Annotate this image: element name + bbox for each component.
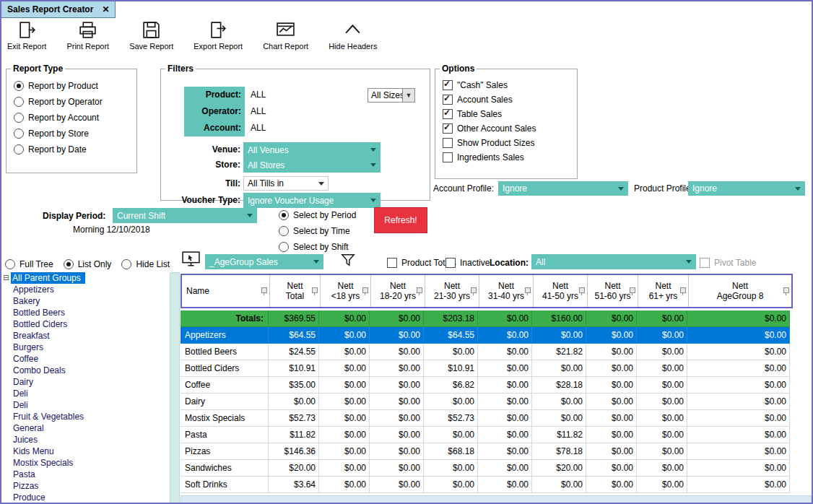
account-profile-dropdown[interactable]: Ignore [498, 181, 628, 196]
exit-report-button[interactable]: Exit Report [7, 20, 46, 51]
select-mode-select-by-period-radio[interactable]: Select by Period [279, 207, 356, 223]
checkbox-icon [387, 258, 397, 268]
list-item-burgers[interactable]: Burgers [1, 342, 170, 353]
refresh-button[interactable]: Refresh! [374, 207, 427, 233]
view-mode-full-tree-radio[interactable]: Full Tree [5, 256, 53, 272]
list-item-appetizers[interactable]: Appetizers [1, 284, 170, 295]
report-type-group: Report Type Report by ProductReport by O… [6, 64, 137, 173]
list-item-produce[interactable]: Produce [1, 492, 170, 503]
list-item-general[interactable]: General [1, 422, 170, 434]
view-mode-list-only-radio[interactable]: List Only [64, 256, 112, 272]
column-header-nett-41-50-yrs[interactable]: Nett41-50 yrs [534, 275, 588, 307]
list-item-fruit-vegetables[interactable]: Fruit & Vegetables [1, 411, 170, 422]
save-report-button[interactable]: Save Report [129, 20, 173, 51]
list-item-deli[interactable]: Deli [1, 388, 170, 399]
table-row-sandwiches[interactable]: Sandwiches$20.00$0.00$0.00$0.00$0.00$20.… [181, 460, 790, 477]
sizes-dropdown[interactable]: All Sizes ▼ [368, 88, 415, 103]
option-ingredients-sales-checkbox[interactable]: Ingredients Sales [443, 150, 577, 165]
location-dropdown[interactable]: All [531, 254, 696, 269]
list-item-pasta[interactable]: Pasta [1, 469, 170, 480]
filter-funnel-icon[interactable] [340, 252, 356, 268]
report-layout-dropdown[interactable]: _AgeGroup Sales [205, 254, 323, 269]
table-row-bottled-ciders[interactable]: Bottled Ciders$10.91$0.00$0.00$10.91$0.0… [181, 360, 790, 377]
hide-headers-button[interactable]: Hide Headers [329, 20, 377, 51]
table-row-pizzas[interactable]: Pizzas$146.36$0.00$0.00$68.18$0.00$78.18… [181, 443, 790, 460]
product-filter-value[interactable]: ALL [251, 87, 266, 103]
pin-icon[interactable] [578, 287, 585, 295]
inactive-checkbox[interactable]: Inactive [445, 256, 490, 270]
column-header-nett-agegroup-8[interactable]: NettAgeGroup 8 [689, 275, 791, 307]
list-item-deli[interactable]: Deli [1, 399, 170, 411]
monitor-icon[interactable] [181, 250, 201, 269]
chevron-down-icon[interactable]: ▼ [402, 89, 414, 102]
venue-dropdown[interactable]: All Venues [243, 142, 381, 157]
product-profile-dropdown[interactable]: Ignore [688, 181, 805, 196]
column-header-nett-total[interactable]: NettTotal [270, 275, 321, 307]
till-dropdown[interactable]: All Tills in [243, 176, 329, 191]
column-header-nett-31-40-yrs[interactable]: Nett31-40 yrs [479, 275, 534, 307]
group-list-root-label: All Parent Groups [11, 272, 85, 284]
column-header-nett-18-yrs[interactable]: Nett<18 yrs [321, 275, 371, 307]
table-row-soft-drinks[interactable]: Soft Drinks$3.64$0.00$0.00$0.00$0.00$0.0… [181, 477, 790, 493]
export-report-button[interactable]: Export Report [194, 20, 243, 51]
pin-icon[interactable] [416, 287, 422, 295]
list-item-kids-menu[interactable]: Kids Menu [1, 446, 170, 457]
list-item-juices[interactable]: Juices [1, 434, 170, 446]
close-icon[interactable]: ✕ [102, 4, 109, 14]
column-header-nett-51-60-yrs[interactable]: Nett51-60 yrs [588, 275, 638, 307]
table-row-bottled-beers[interactable]: Bottled Beers$24.55$0.00$0.00$0.00$0.00$… [181, 344, 790, 360]
option-other-account-sales-checkbox[interactable]: Other Account Sales [443, 121, 577, 136]
report-type-report-by-date-radio[interactable]: Report by Date [14, 142, 136, 157]
list-item-pizzas[interactable]: Pizzas [1, 480, 170, 492]
operator-filter-value[interactable]: ALL [251, 103, 266, 120]
table-row-coffee[interactable]: Coffee$35.00$0.00$0.00$6.82$0.00$28.18$0… [181, 377, 790, 394]
column-header-nett-21-30-yrs[interactable]: Nett21-30 yrs [425, 275, 479, 307]
select-mode-select-by-time-radio[interactable]: Select by Time [279, 223, 356, 239]
option-table-sales-checkbox[interactable]: Table Sales [443, 107, 577, 121]
option-show-product-sizes-checkbox[interactable]: Show Product Sizes [443, 136, 577, 150]
table-row-mostix-specials[interactable]: Mostix Specials$52.73$0.00$0.00$52.73$0.… [181, 410, 790, 427]
horizontal-scrollbar[interactable] [181, 495, 812, 504]
pin-icon[interactable] [261, 287, 267, 295]
voucher-type-dropdown[interactable]: Ignore Voucher Usage [243, 193, 381, 208]
list-item-bottled-ciders[interactable]: Bottled Ciders [1, 318, 170, 330]
pin-icon[interactable] [783, 287, 789, 295]
pin-icon[interactable] [311, 287, 318, 295]
option-cash-sales-checkbox[interactable]: "Cash" Sales [443, 78, 577, 92]
report-type-report-by-operator-radio[interactable]: Report by Operator [14, 94, 136, 110]
table-row-dairy[interactable]: Dairy$0.00$0.00$0.00$0.00$0.00$0.00$0.00… [181, 394, 790, 410]
list-item-coffee[interactable]: Coffee [1, 353, 170, 365]
table-row-appetizers[interactable]: Appetizers$64.55$0.00$0.00$64.55$0.00$0.… [181, 327, 790, 344]
pin-icon[interactable] [524, 287, 531, 295]
report-type-report-by-product-radio[interactable]: Report by Product [14, 78, 136, 94]
list-item-bakery[interactable]: Bakery [1, 295, 170, 307]
list-item-combo-deals[interactable]: Combo Deals [1, 365, 170, 376]
chart-report-button[interactable]: Chart Report [263, 20, 308, 51]
list-item-breakfast[interactable]: Breakfast [1, 330, 170, 342]
list-item-dairy[interactable]: Dairy [1, 376, 170, 388]
pin-icon[interactable] [362, 287, 368, 295]
column-header-name[interactable]: Name [182, 275, 270, 307]
view-mode-hide-list-radio[interactable]: Hide List [121, 256, 170, 272]
parent-group-list[interactable]: ⊟All Parent GroupsAppetizersBakeryBottle… [1, 272, 170, 504]
pin-icon[interactable] [679, 287, 686, 295]
list-item-bottled-beers[interactable]: Bottled Beers [1, 307, 170, 318]
list-scrollbar[interactable] [170, 272, 180, 504]
column-header-nett-61-yrs[interactable]: Nett61+ yrs [638, 275, 689, 307]
display-period-dropdown[interactable]: Current Shift [113, 208, 257, 223]
table-row-totals[interactable]: Totals:$369.55$0.00$0.00$203.18$0.00$160… [181, 310, 790, 327]
group-list-root-item[interactable]: ⊟All Parent Groups [1, 272, 170, 284]
account-filter-value[interactable]: ALL [251, 120, 266, 136]
report-type-report-by-account-radio[interactable]: Report by Account [14, 110, 136, 126]
pin-icon[interactable] [629, 287, 635, 295]
list-item-mostix-specials[interactable]: Mostix Specials [1, 457, 170, 469]
tree-collapse-icon[interactable]: ⊟ [1, 272, 11, 284]
print-report-button[interactable]: Print Report [66, 20, 109, 51]
table-row-pasta[interactable]: Pasta$11.82$0.00$0.00$0.00$0.00$11.82$0.… [181, 427, 790, 443]
option-account-sales-checkbox[interactable]: Account Sales [443, 92, 577, 107]
pin-icon[interactable] [470, 287, 477, 295]
store-dropdown[interactable]: All Stores [243, 157, 381, 173]
report-type-report-by-store-radio[interactable]: Report by Store [14, 126, 136, 142]
column-header-nett-18-20-yrs[interactable]: Nett18-20 yrs [371, 275, 425, 307]
window-tab[interactable]: Sales Report Creator ✕ [1, 1, 116, 18]
